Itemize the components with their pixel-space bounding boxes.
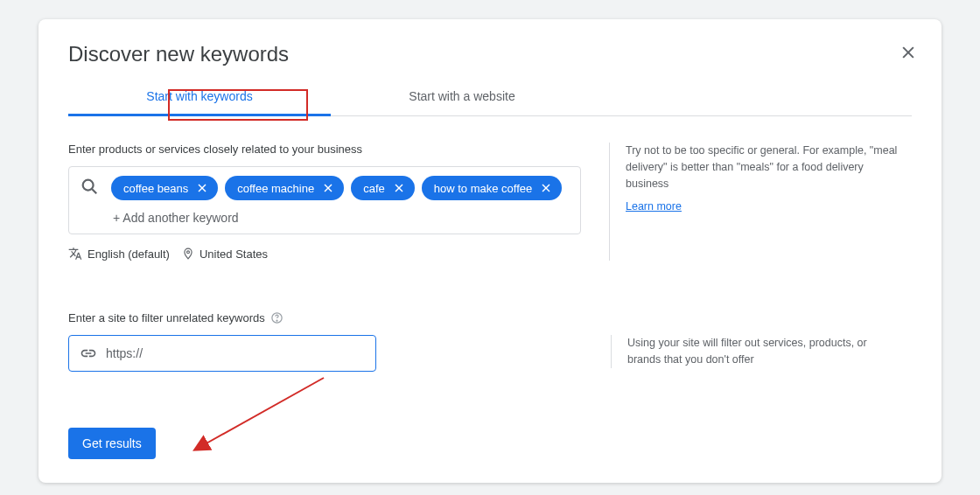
link-icon — [80, 345, 97, 362]
close-icon — [900, 44, 917, 61]
annotation-arrow — [192, 371, 332, 458]
svg-point-12 — [186, 251, 189, 254]
chip-remove-icon[interactable] — [321, 181, 335, 195]
keyword-chip[interactable]: coffee beans — [111, 176, 218, 200]
add-keyword-link[interactable]: + Add another keyword — [80, 200, 570, 227]
translate-icon — [68, 247, 82, 261]
tabs: Start with keywords Start with a website — [68, 79, 912, 116]
chip-label: cafe — [363, 182, 385, 195]
svg-line-3 — [92, 189, 96, 193]
svg-line-15 — [205, 378, 324, 444]
location-icon — [182, 248, 194, 260]
tab-start-with-website[interactable]: Start with a website — [331, 79, 593, 115]
get-results-button[interactable]: Get results — [68, 428, 156, 459]
site-url-input[interactable]: https:// — [68, 335, 376, 372]
keywords-prompt: Enter products or services closely relat… — [68, 143, 581, 156]
tab-start-with-keywords[interactable]: Start with keywords — [68, 79, 331, 116]
chip-remove-icon[interactable] — [392, 181, 406, 195]
chip-label: coffee machine — [237, 182, 314, 195]
language-location-row: English (default) United States — [68, 247, 581, 261]
keywords-tip-panel: Try not to be too specific or general. F… — [609, 143, 898, 261]
keyword-chip[interactable]: coffee machine — [225, 176, 344, 200]
keywords-input-box[interactable]: coffee beans coffee machine cafe how to … — [68, 166, 581, 234]
site-tip-panel: Using your site will filter out services… — [611, 335, 900, 368]
close-button[interactable] — [896, 40, 920, 65]
site-filter-section: Enter a site to filter unrelated keyword… — [68, 311, 912, 372]
chip-remove-icon[interactable] — [195, 181, 209, 195]
learn-more-link[interactable]: Learn more — [626, 199, 682, 215]
chip-label: how to make coffee — [434, 182, 533, 195]
site-tip-text: Using your site will filter out services… — [627, 337, 867, 366]
help-icon[interactable] — [270, 311, 284, 324]
keyword-chip[interactable]: how to make coffee — [422, 176, 563, 200]
chip-remove-icon[interactable] — [539, 181, 553, 195]
language-selector[interactable]: English (default) — [68, 247, 170, 261]
search-icon — [80, 177, 99, 199]
location-label: United States — [200, 248, 268, 261]
svg-point-2 — [83, 180, 94, 191]
site-prompt: Enter a site to filter unrelated keyword… — [68, 311, 912, 324]
keyword-chip[interactable]: cafe — [351, 176, 415, 200]
language-label: English (default) — [88, 248, 170, 261]
keyword-planner-card: Discover new keywords Start with keyword… — [38, 19, 942, 483]
svg-point-14 — [276, 320, 277, 321]
site-url-placeholder: https:// — [106, 346, 143, 360]
chip-label: coffee beans — [123, 182, 188, 195]
site-prompt-text: Enter a site to filter unrelated keyword… — [68, 311, 265, 324]
tip-text: Try not to be too specific or general. F… — [626, 144, 897, 190]
keywords-section: Enter products or services closely relat… — [68, 143, 912, 261]
page-title: Discover new keywords — [68, 42, 912, 66]
location-selector[interactable]: United States — [182, 248, 268, 261]
